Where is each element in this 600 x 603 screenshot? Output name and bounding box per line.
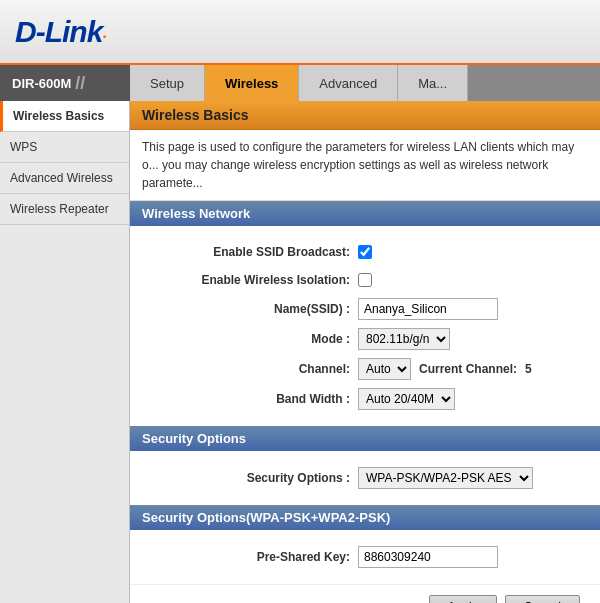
channel-value: Auto 1234 5678 91011 Current Channel: 5 [358, 358, 532, 380]
psk-value [358, 546, 498, 568]
header: D-Link· [0, 0, 600, 65]
tab-advanced[interactable]: Advanced [299, 65, 398, 101]
dlink-logo: D-Link· [15, 15, 106, 49]
bandwidth-select[interactable]: Auto 20/40M 20M 40M [358, 388, 455, 410]
mode-select[interactable]: 802.11b/g/n 802.11b/g 802.11n [358, 328, 450, 350]
tab-setup[interactable]: Setup [130, 65, 205, 101]
tab-wireless[interactable]: Wireless [205, 65, 299, 101]
button-row: Apply Cancel [130, 584, 600, 603]
security-options-row: Security Options : WPA-PSK/WPA2-PSK AES … [130, 463, 600, 493]
psk-input[interactable] [358, 546, 498, 568]
channel-label: Channel: [150, 362, 350, 376]
sidebar-item-wps[interactable]: WPS [0, 132, 129, 163]
sidebar-item-wireless-basics[interactable]: Wireless Basics [0, 101, 129, 132]
psk-label: Pre-Shared Key: [150, 550, 350, 564]
sidebar-item-wireless-repeater[interactable]: Wireless Repeater [0, 194, 129, 225]
wireless-network-header: Wireless Network [130, 201, 600, 226]
page-description: This page is used to configure the param… [130, 130, 600, 201]
current-channel-value: 5 [525, 362, 532, 376]
page-title: Wireless Basics [142, 107, 588, 123]
bandwidth-value: Auto 20/40M 20M 40M [358, 388, 455, 410]
psk-section-body: Pre-Shared Key: [130, 530, 600, 584]
channel-select[interactable]: Auto 1234 5678 91011 [358, 358, 411, 380]
security-options-value: WPA-PSK/WPA2-PSK AES None WEP WPA-PSK WP… [358, 467, 533, 489]
bandwidth-row: Band Width : Auto 20/40M 20M 40M [130, 384, 600, 414]
model-label: DIR-600M // [0, 65, 130, 101]
channel-row: Channel: Auto 1234 5678 91011 Current Ch… [130, 354, 600, 384]
ssid-broadcast-value [358, 245, 372, 259]
wireless-network-body: Enable SSID Broadcast: Enable Wireless I… [130, 226, 600, 426]
ssid-name-label: Name(SSID) : [150, 302, 350, 316]
wireless-isolation-row: Enable Wireless Isolation: [130, 266, 600, 294]
wireless-isolation-label: Enable Wireless Isolation: [150, 273, 350, 287]
model-text: DIR-600M [12, 76, 71, 91]
psk-section-header: Security Options(WPA-PSK+WPA2-PSK) [130, 505, 600, 530]
ssid-name-input[interactable] [358, 298, 498, 320]
ssid-name-value [358, 298, 498, 320]
current-channel-label: Current Channel: [419, 362, 517, 376]
sidebar-item-advanced-wireless[interactable]: Advanced Wireless [0, 163, 129, 194]
ssid-broadcast-row: Enable SSID Broadcast: [130, 238, 600, 266]
ssid-broadcast-checkbox[interactable] [358, 245, 372, 259]
mode-label: Mode : [150, 332, 350, 346]
logo-text: D-Link· [15, 17, 106, 48]
content-area: Wireless Basics This page is used to con… [130, 101, 600, 603]
apply-button[interactable]: Apply [429, 595, 497, 603]
page-title-bar: Wireless Basics [130, 101, 600, 130]
model-lines: // [75, 73, 85, 94]
wireless-isolation-checkbox[interactable] [358, 273, 372, 287]
mode-value: 802.11b/g/n 802.11b/g 802.11n [358, 328, 450, 350]
cancel-button[interactable]: Cancel [505, 595, 580, 603]
mode-row: Mode : 802.11b/g/n 802.11b/g 802.11n [130, 324, 600, 354]
bandwidth-label: Band Width : [150, 392, 350, 406]
security-options-body: Security Options : WPA-PSK/WPA2-PSK AES … [130, 451, 600, 505]
security-options-select[interactable]: WPA-PSK/WPA2-PSK AES None WEP WPA-PSK WP… [358, 467, 533, 489]
ssid-name-row: Name(SSID) : [130, 294, 600, 324]
security-options-header: Security Options [130, 426, 600, 451]
wireless-isolation-value [358, 273, 372, 287]
tab-more[interactable]: Ma... [398, 65, 468, 101]
main-layout: Wireless Basics WPS Advanced Wireless Wi… [0, 101, 600, 603]
nav-tabs: DIR-600M // Setup Wireless Advanced Ma..… [0, 65, 600, 101]
ssid-broadcast-label: Enable SSID Broadcast: [150, 245, 350, 259]
security-options-label: Security Options : [150, 471, 350, 485]
psk-row: Pre-Shared Key: [130, 542, 600, 572]
sidebar: Wireless Basics WPS Advanced Wireless Wi… [0, 101, 130, 603]
